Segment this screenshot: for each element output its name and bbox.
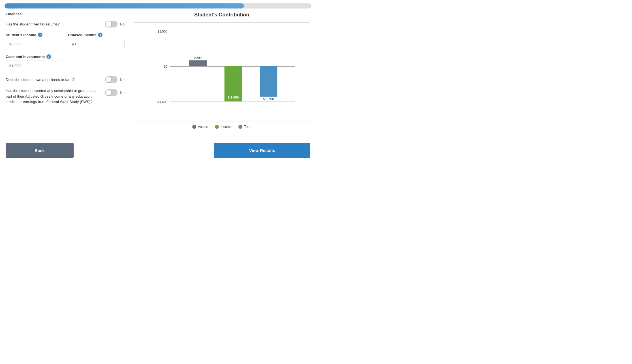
right-panel: Student's Contribution $1,500 $0 -$1,500… <box>133 12 310 129</box>
legend-assets: Assets <box>192 125 208 129</box>
legend-income: Income <box>215 125 232 129</box>
business-farm-toggle-label: No <box>120 78 125 82</box>
students-income-group: Student's Income i <box>6 33 62 49</box>
svg-text:$-1,300: $-1,300 <box>263 97 274 100</box>
chart-title: Student's Contribution <box>133 12 310 18</box>
scholarship-grant-question: Has the student reported any scholarship… <box>6 88 105 105</box>
view-results-button[interactable]: View Results <box>214 143 310 158</box>
cash-investments-input[interactable] <box>6 61 62 71</box>
business-farm-toggle[interactable] <box>105 76 118 83</box>
business-farm-toggle-knob <box>106 77 111 82</box>
svg-text:$1,500: $1,500 <box>158 30 168 33</box>
untaxed-income-input[interactable] <box>68 39 125 49</box>
legend-assets-label: Assets <box>198 125 208 129</box>
income-fields-row: Student's Income i Untaxed Income i <box>6 33 125 49</box>
left-panel: Finances Has the student filed tax retur… <box>6 12 125 129</box>
scholarship-grant-toggle-label: No <box>120 91 125 95</box>
total-bar <box>260 66 277 97</box>
tax-returns-toggle-knob <box>106 21 111 27</box>
tax-returns-toggle-label: No <box>120 22 125 26</box>
section-divider <box>24 14 125 14</box>
tax-returns-question: Has the student filed tax returns? <box>6 22 105 26</box>
business-farm-row: Does the student own a business or farm?… <box>6 76 125 83</box>
assets-bar <box>189 60 207 66</box>
business-farm-toggle-container: No <box>105 76 125 83</box>
section-label: Finances <box>6 12 22 16</box>
progress-bar-fill <box>5 3 244 8</box>
cash-investments-info-icon[interactable]: i <box>46 54 51 59</box>
business-farm-question: Does the student own a business or farm? <box>6 78 105 82</box>
chart-legend: Assets Income Total <box>133 125 310 129</box>
svg-text:$0: $0 <box>164 65 168 68</box>
section-header: Finances <box>6 12 125 16</box>
untaxed-income-info-icon[interactable]: i <box>98 33 103 37</box>
tax-returns-row: Has the student filed tax returns? No <box>6 21 125 27</box>
legend-income-dot <box>215 125 219 129</box>
students-income-input[interactable] <box>6 39 62 49</box>
legend-total-label: Total <box>244 125 251 129</box>
untaxed-income-group: Untaxed Income i <box>68 33 125 49</box>
chart-area: $1,500 $0 -$1,500 $200 $-1,500 $-1,300 <box>133 22 310 121</box>
svg-text:-$1,500: -$1,500 <box>157 100 168 104</box>
footer: Back View Results <box>0 137 316 161</box>
students-income-label: Student's Income i <box>6 33 62 37</box>
chart-svg: $1,500 $0 -$1,500 $200 $-1,500 $-1,300 <box>149 27 306 106</box>
legend-total: Total <box>238 125 251 129</box>
scholarship-grant-toggle-knob <box>106 90 111 95</box>
tax-returns-toggle-container: No <box>105 21 125 27</box>
back-button[interactable]: Back <box>6 143 74 158</box>
legend-total-dot <box>238 125 242 129</box>
legend-assets-dot <box>192 125 196 129</box>
scholarship-grant-toggle-container: No <box>105 89 125 96</box>
tax-returns-toggle[interactable] <box>105 21 118 27</box>
cash-investments-label: Cash and Investments i <box>6 54 125 59</box>
svg-text:$-1,500: $-1,500 <box>228 96 239 99</box>
progress-bar-container <box>5 3 311 8</box>
legend-income-label: Income <box>221 125 232 129</box>
scholarship-grant-row: Has the student reported any scholarship… <box>6 88 125 105</box>
svg-text:$200: $200 <box>195 56 202 59</box>
scholarship-grant-toggle[interactable] <box>105 89 118 96</box>
students-income-info-icon[interactable]: i <box>38 33 42 37</box>
untaxed-income-label: Untaxed Income i <box>68 33 125 37</box>
cash-investments-group: Cash and Investments i <box>6 54 125 71</box>
